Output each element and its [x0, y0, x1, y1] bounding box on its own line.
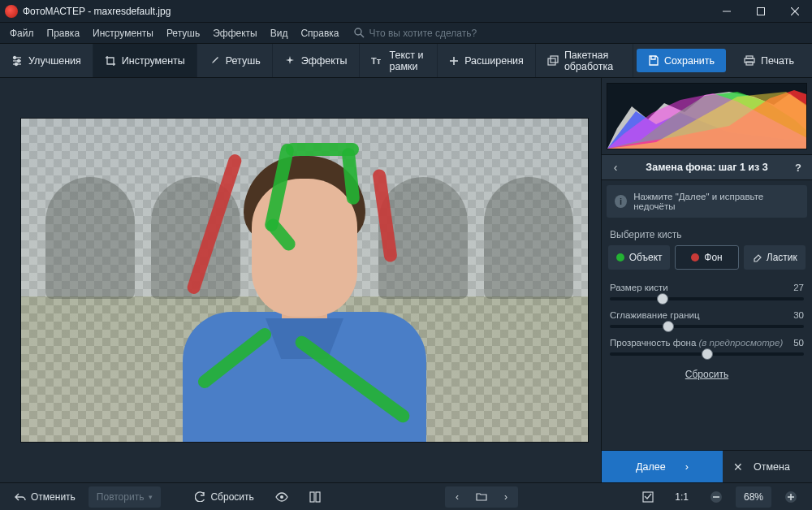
slider-edge-smoothing[interactable]: Сглаживание границ30	[602, 305, 812, 333]
print-icon	[744, 55, 755, 66]
svg-point-11	[15, 63, 18, 65]
tool-tab-bar: Улучшения Инструменты Ретушь Эффекты Tт …	[0, 44, 812, 78]
eye-icon	[275, 492, 288, 502]
tab-effects[interactable]: Эффекты	[273, 44, 360, 77]
next-file-button[interactable]: ›	[494, 491, 518, 503]
window-title: ФотоМАСТЕР - maxresdefault.jpg	[23, 6, 171, 17]
fit-screen-button[interactable]	[634, 486, 662, 508]
next-button[interactable]: Далее ›	[602, 451, 723, 482]
window-maximize-button[interactable]	[744, 0, 778, 23]
print-label: Печать	[761, 55, 794, 67]
panel-hint: i Нажмите "Далее" и исправьте недочёты	[607, 185, 807, 218]
tab-label: Текст и рамки	[390, 50, 426, 72]
title-bar: ФотоМАСТЕР - maxresdefault.jpg	[0, 0, 812, 23]
menu-help[interactable]: Справка	[294, 23, 345, 43]
tab-batch[interactable]: Пакетная обработка	[536, 44, 633, 77]
slider-value: 30	[793, 310, 804, 320]
info-icon: i	[615, 195, 627, 208]
svg-point-20	[280, 495, 283, 499]
panel-reset-link[interactable]: Сбросить	[602, 361, 812, 388]
svg-rect-22	[316, 492, 320, 502]
cancel-close-button[interactable]: ✕	[723, 460, 754, 473]
sliders-icon	[11, 55, 23, 67]
save-button[interactable]: Сохранить	[637, 49, 726, 72]
panel-back-button[interactable]: ‹	[608, 161, 623, 174]
brush-label: Объект	[629, 252, 663, 263]
open-folder-button[interactable]	[469, 492, 494, 501]
compare-button[interactable]	[301, 486, 329, 508]
tab-label: Ретушь	[226, 55, 261, 67]
plus-icon	[449, 56, 459, 66]
menu-file[interactable]: Файл	[3, 23, 41, 43]
panel-hint-text: Нажмите "Далее" и исправьте недочёты	[633, 192, 799, 211]
reset-label: Сбросить	[210, 491, 253, 503]
slider-bg-opacity[interactable]: Прозрачность фона (в предпросмотре)50	[602, 333, 812, 361]
tab-extensions[interactable]: Расширения	[438, 44, 536, 77]
save-label: Сохранить	[664, 55, 715, 67]
panel-help-button[interactable]: ?	[791, 162, 806, 174]
menu-bar: Файл Правка Инструменты Ретушь Эффекты В…	[0, 23, 812, 44]
menu-retouch[interactable]: Ретушь	[160, 23, 206, 43]
undo-icon	[15, 492, 26, 502]
brush-section-label: Выберите кисть	[602, 223, 812, 244]
slider-brush-size[interactable]: Размер кисти27	[602, 278, 812, 305]
eraser-icon	[752, 253, 762, 262]
zoom-level-display[interactable]: 68%	[736, 486, 771, 508]
print-button[interactable]: Печать	[732, 49, 806, 72]
slider-label: Размер кисти	[610, 283, 668, 292]
image-canvas[interactable]	[20, 118, 589, 443]
zoom-in-button[interactable]	[776, 486, 806, 508]
chevron-right-icon: ›	[685, 461, 689, 473]
menu-edit[interactable]: Правка	[41, 23, 87, 43]
save-icon	[648, 55, 659, 66]
text-icon: Tт	[371, 55, 384, 67]
svg-line-5	[361, 34, 364, 37]
slider-label: Прозрачность фона	[610, 338, 696, 348]
preview-toggle-button[interactable]	[267, 486, 296, 508]
search-input[interactable]	[369, 28, 532, 39]
minus-circle-icon	[710, 491, 723, 504]
slider-note: (в предпросмотре)	[699, 338, 784, 348]
menu-tools[interactable]: Инструменты	[86, 23, 160, 43]
batch-icon	[547, 55, 559, 67]
prev-file-button[interactable]: ‹	[445, 491, 469, 503]
redo-button[interactable]: Повторить ▾	[89, 486, 162, 508]
undo-label: Отменить	[31, 491, 76, 503]
menu-effects[interactable]: Эффекты	[206, 23, 264, 43]
svg-point-4	[355, 28, 361, 35]
reset-button[interactable]: Сбросить	[187, 486, 261, 508]
menu-view[interactable]: Вид	[264, 23, 295, 43]
svg-rect-21	[310, 492, 314, 502]
file-nav-cluster: ‹ ›	[445, 486, 518, 508]
svg-text:Tт: Tт	[371, 56, 382, 66]
svg-point-9	[14, 56, 16, 58]
zoom-actual-button[interactable]: 1:1	[667, 486, 697, 508]
tab-label: Улучшения	[28, 55, 81, 67]
brush-label: Ластик	[767, 252, 797, 263]
sparkle-icon	[284, 55, 296, 67]
zoom-out-button[interactable]	[702, 486, 731, 508]
undo-button[interactable]: Отменить	[6, 486, 84, 508]
brush-background-icon	[691, 253, 699, 261]
tab-label: Эффекты	[301, 55, 348, 67]
tab-retouch[interactable]: Ретушь	[197, 44, 273, 77]
fit-icon	[642, 491, 654, 503]
tab-enhance[interactable]: Улучшения	[0, 44, 93, 77]
svg-rect-19	[746, 62, 753, 65]
brush-icon	[209, 55, 220, 67]
tab-tools[interactable]: Инструменты	[93, 44, 197, 77]
brush-object-button[interactable]: Объект	[608, 245, 670, 270]
brush-eraser-button[interactable]: Ластик	[744, 245, 806, 270]
chevron-down-icon: ▾	[149, 493, 153, 501]
window-close-button[interactable]	[778, 0, 812, 23]
reset-icon	[195, 491, 205, 502]
window-minimize-button[interactable]	[710, 0, 744, 23]
histogram[interactable]	[607, 83, 807, 149]
panel-title-text: Замена фона: шаг 1 из 3	[623, 162, 791, 173]
brush-background-button[interactable]: Фон	[675, 245, 738, 270]
cancel-button[interactable]: Отмена	[754, 461, 790, 473]
tab-label: Пакетная обработка	[564, 50, 621, 72]
side-panel: ‹ Замена фона: шаг 1 из 3 ? i Нажмите "Д…	[601, 78, 812, 482]
slider-value: 50	[793, 338, 804, 348]
tab-text-frames[interactable]: Tт Текст и рамки	[360, 44, 438, 77]
